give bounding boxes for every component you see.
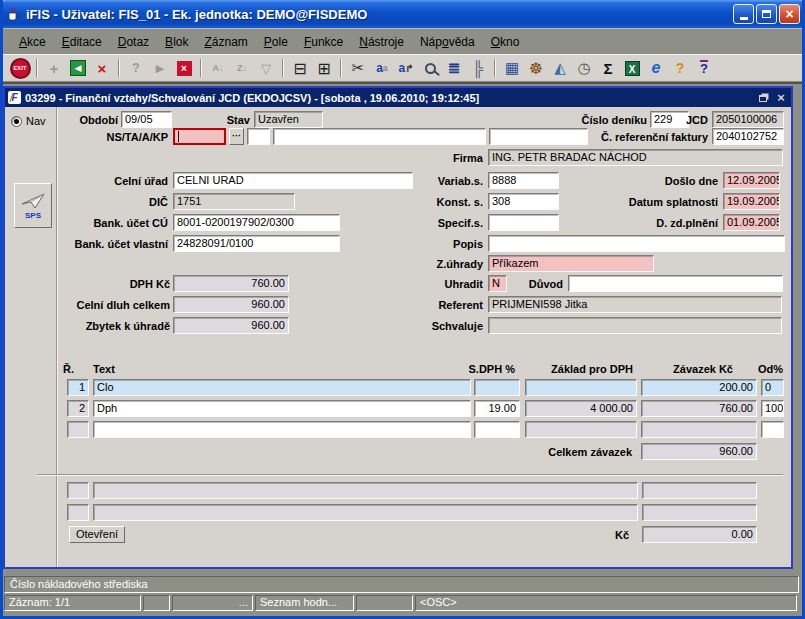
copy-icon[interactable]: a (370, 57, 394, 79)
window-titlebar: iFIS - Uživatel: FIS_01 - Ek. jednotka: … (0, 0, 805, 28)
zbytek-field: 960.00 (173, 317, 289, 334)
doslo-dne-field[interactable]: 12.09.2005 (723, 172, 780, 189)
zaklad-cell: 4 000.00 (525, 400, 637, 417)
bottom-amount-field (642, 482, 757, 499)
menu-dotaz[interactable]: Dotaz (110, 32, 157, 52)
toolbar-separator (282, 59, 284, 77)
row-number-cell[interactable] (67, 421, 89, 438)
otevreni-button[interactable]: Otevření (69, 526, 125, 543)
text-cell[interactable] (93, 421, 471, 438)
form-close-button[interactable]: × (774, 91, 788, 104)
helm-icon[interactable]: ☸ (524, 57, 548, 79)
menu-okno[interactable]: Okno (483, 32, 528, 52)
toolbar-separator (36, 59, 38, 77)
row-number-cell[interactable]: 2 (67, 400, 89, 417)
list-of-values-icon[interactable]: ≣ (442, 57, 466, 79)
schvaluje-field (488, 317, 782, 334)
minimize-button[interactable] (733, 4, 754, 24)
sort-descending-icon[interactable]: Z↓ (230, 57, 254, 79)
celni-urad-field[interactable]: CELNI URAD (173, 172, 413, 189)
ns-field-2[interactable] (247, 128, 270, 145)
col-header-text: Text (93, 363, 115, 376)
menu-funkce[interactable]: Funkce (296, 32, 351, 52)
obdobi-field[interactable]: 09/05 (121, 111, 172, 128)
menu-editace[interactable]: Editace (54, 32, 110, 52)
execute-query-icon[interactable]: ▶ (148, 57, 172, 79)
help-icon[interactable]: ? (692, 57, 716, 79)
minimize-icon (740, 17, 748, 20)
popis-field[interactable] (488, 235, 785, 252)
about-icon[interactable]: ? (668, 57, 692, 79)
bottom-desc-field (93, 504, 638, 521)
menu-nastroje[interactable]: Nástroje (351, 32, 412, 52)
add-record-icon[interactable]: + (42, 57, 66, 79)
menu-zaznam[interactable]: Záznam (196, 32, 255, 52)
menu-pole[interactable]: Pole (256, 32, 296, 52)
nav-radio[interactable]: Nav (11, 115, 46, 127)
close-icon: × (785, 7, 793, 21)
bank-ucet-vlastni-field[interactable]: 24828091/0100 (173, 235, 340, 252)
menu-napoveda[interactable]: Nápověda (412, 32, 483, 52)
cut-icon[interactable]: ✂ (346, 57, 370, 79)
web-browser-icon[interactable]: e (644, 57, 668, 79)
celkem-zavazek-field: 960.00 (641, 443, 757, 460)
print-icon[interactable]: ⊟ (288, 57, 312, 79)
sdph-cell[interactable] (474, 421, 520, 438)
ns-field-3[interactable] (273, 128, 486, 145)
form-restore-button[interactable] (757, 91, 771, 104)
od-cell[interactable]: 0 (761, 379, 784, 396)
text-cell[interactable]: Clo (93, 379, 471, 396)
ref-faktury-field[interactable]: 2040102752 (712, 128, 784, 145)
paste-icon[interactable]: a (394, 57, 418, 79)
filter-icon[interactable]: ▽ (254, 57, 278, 79)
section-divider (37, 474, 783, 476)
specif-s-field[interactable] (488, 214, 559, 231)
print-batch-icon[interactable]: ⊞ (312, 57, 336, 79)
excel-export-icon[interactable]: X (620, 57, 644, 79)
zaklad-cell (525, 421, 637, 438)
toolbar-separator (200, 59, 202, 77)
bank-ucet-cu-field[interactable]: 8001-0200197902/0300 (173, 214, 340, 231)
close-button[interactable]: × (779, 4, 800, 24)
sort-ascending-icon[interactable]: A↓ (206, 57, 230, 79)
cancel-query-icon[interactable]: × (172, 57, 196, 79)
firma-field: ING. PETR BRADAC NÁCHOD (488, 149, 783, 166)
status-cell (356, 595, 413, 611)
sum-icon[interactable]: Σ (596, 57, 620, 79)
d-zd-plneni-field[interactable]: 01.09.2005 (723, 214, 780, 231)
view-icon[interactable]: ◭ (548, 57, 572, 79)
row-number-cell[interactable]: 1 (67, 379, 89, 396)
enter-query-icon[interactable]: ? (124, 57, 148, 79)
konst-s-field[interactable]: 308 (488, 193, 559, 210)
ns-field[interactable] (173, 128, 226, 145)
editor-icon[interactable]: ▦ (500, 57, 524, 79)
z-uhrady-field[interactable]: Příkazem (488, 255, 654, 272)
toolbar-separator (118, 59, 120, 77)
obdobi-label: Období (45, 113, 118, 127)
variab-s-field[interactable]: 8888 (488, 172, 559, 189)
od-cell[interactable]: 100 (761, 400, 784, 417)
sdph-cell[interactable] (474, 379, 520, 396)
datum-splatnosti-field[interactable]: 19.09.2005 (723, 193, 780, 210)
exit-icon[interactable]: EXIT (8, 57, 32, 79)
text-cell[interactable]: Dph (93, 400, 471, 417)
insert-record-icon[interactable]: ◀ (66, 57, 90, 79)
referent-label: Referent (425, 298, 483, 312)
sdph-cell[interactable]: 19.00 (474, 400, 520, 417)
find-icon[interactable] (418, 57, 442, 79)
delete-record-icon[interactable]: × (90, 57, 114, 79)
ns-lov-button[interactable]: ··· (229, 128, 244, 145)
tree-view-icon[interactable]: ╠ (466, 57, 490, 79)
zavazek-cell: 760.00 (641, 400, 757, 417)
ns-label: NS/TA/A/KP (65, 130, 168, 144)
duvod-field[interactable] (568, 275, 783, 292)
menu-blok[interactable]: Blok (157, 32, 196, 52)
toolbar-separator (340, 59, 342, 77)
fis-clock-icon[interactable]: ◷ (572, 57, 596, 79)
status-dots: ... (172, 595, 253, 611)
od-cell[interactable] (761, 421, 784, 438)
record-counter: Záznam: 1/1 (4, 595, 141, 611)
maximize-button[interactable] (756, 4, 777, 24)
menu-akce[interactable]: Akce (11, 32, 54, 52)
uhradit-field[interactable]: N (488, 275, 507, 292)
